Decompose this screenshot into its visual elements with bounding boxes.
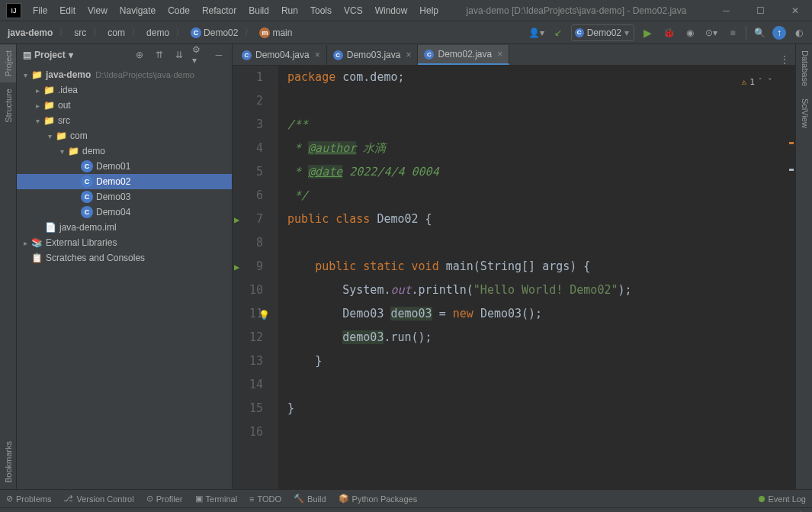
- side-tab-bookmarks[interactable]: Bookmarks: [0, 435, 16, 489]
- class-icon: C: [191, 27, 201, 38]
- menu-help[interactable]: Help: [414, 2, 444, 19]
- tab-demo04[interactable]: CDemo04.java×: [236, 45, 327, 65]
- breadcrumb: java-demo〉 src〉 com〉 demo〉 CDemo02〉 mmai…: [5, 26, 295, 40]
- maximize-button[interactable]: ☐: [743, 0, 778, 21]
- tool-event-log[interactable]: Event Log: [759, 494, 806, 504]
- tool-vcs[interactable]: ⎇ Version Control: [63, 494, 133, 504]
- tool-python[interactable]: 📦 Python Packages: [339, 494, 418, 504]
- tool-terminal[interactable]: ▣ Terminal: [195, 494, 238, 504]
- file-icon: 📄: [44, 221, 56, 233]
- scratch-icon: 📋: [30, 252, 43, 264]
- side-tab-structure[interactable]: Structure: [0, 82, 16, 129]
- menu-navigate[interactable]: Navigate: [114, 2, 161, 19]
- back-arrow-icon[interactable]: ↙: [550, 24, 566, 41]
- minimize-button[interactable]: ─: [709, 0, 743, 21]
- crumb-src[interactable]: src: [71, 26, 89, 40]
- scroll-marker: [789, 169, 794, 171]
- tree-project-root[interactable]: ▾📁java-demoD:\IdeaProjects\java-demo: [17, 67, 232, 82]
- menu-edit[interactable]: Edit: [54, 2, 81, 19]
- tree-demo01[interactable]: CDemo01: [17, 159, 232, 174]
- hide-icon[interactable]: ─: [212, 48, 226, 62]
- method-icon: m: [259, 27, 270, 38]
- menu-file[interactable]: File: [27, 2, 53, 19]
- class-icon: C: [81, 175, 93, 188]
- crumb-class[interactable]: CDemo02: [188, 26, 241, 40]
- stop-button[interactable]: ■: [724, 24, 741, 41]
- menu-tools[interactable]: Tools: [305, 2, 337, 19]
- settings-icon[interactable]: ⚙ ▾: [192, 48, 206, 62]
- run-button[interactable]: ▶: [639, 24, 656, 41]
- notification-dot-icon: [759, 496, 765, 502]
- close-icon[interactable]: ×: [406, 50, 411, 60]
- tree-idea[interactable]: ▸📁.idea: [17, 82, 232, 98]
- gutter: ▶ ▶ 💡 12345678910111213141516: [233, 66, 278, 489]
- close-icon[interactable]: ×: [497, 49, 502, 60]
- tree-demo03[interactable]: CDemo03: [17, 189, 232, 204]
- side-tab-database[interactable]: Database: [796, 44, 812, 92]
- tree-demo02[interactable]: CDemo02: [17, 174, 232, 189]
- crumb-com[interactable]: com: [104, 26, 128, 40]
- select-opened-icon[interactable]: ⊕: [133, 48, 146, 62]
- lightbulb-icon[interactable]: 💡: [258, 304, 270, 327]
- class-icon: C: [424, 50, 434, 60]
- crumb-method[interactable]: mmain: [256, 26, 295, 40]
- user-icon[interactable]: 👤▾: [528, 24, 545, 41]
- tree-external-libs[interactable]: ▸📚External Libraries: [17, 235, 232, 250]
- tree-src[interactable]: ▾📁src: [17, 113, 232, 128]
- run-gutter-icon[interactable]: ▶: [234, 256, 239, 279]
- close-button[interactable]: ✕: [778, 0, 812, 21]
- project-tree: ▾📁java-demoD:\IdeaProjects\java-demo ▸📁.…: [17, 66, 232, 489]
- ide-icon[interactable]: ◐: [791, 24, 807, 41]
- expand-all-icon[interactable]: ⇈: [152, 48, 166, 62]
- crumb-demo[interactable]: demo: [143, 26, 172, 40]
- class-icon: C: [333, 50, 343, 60]
- menu-code[interactable]: Code: [162, 2, 195, 19]
- menu-run[interactable]: Run: [276, 2, 303, 19]
- class-icon: C: [242, 50, 252, 60]
- scroll-marker: [789, 142, 794, 144]
- tab-menu-icon[interactable]: ⋮: [774, 54, 795, 65]
- window-title: java-demo [D:\IdeaProjects\java-demo] - …: [444, 5, 709, 16]
- tree-com[interactable]: ▾📁com: [17, 128, 232, 143]
- run-gutter-icon[interactable]: ▶: [234, 208, 239, 232]
- tool-build[interactable]: 🔨 Build: [294, 494, 326, 504]
- panel-title[interactable]: ▤ Project ▾: [23, 50, 73, 60]
- menu-build[interactable]: Build: [243, 2, 274, 19]
- main-menu: File Edit View Navigate Code Refactor Bu…: [27, 2, 444, 19]
- class-icon: C: [81, 206, 93, 218]
- tool-problems[interactable]: ⊘ Problems: [6, 494, 51, 504]
- menu-vcs[interactable]: VCS: [339, 2, 368, 19]
- tree-out[interactable]: ▸📁out: [17, 98, 232, 113]
- side-tab-project[interactable]: Project: [0, 44, 16, 82]
- inspection-badge[interactable]: ⚠1 ˆ ˅: [742, 70, 773, 94]
- close-icon[interactable]: ×: [315, 50, 320, 60]
- tree-iml[interactable]: 📄java-demo.iml: [17, 220, 232, 235]
- profile-button[interactable]: ⊙▾: [703, 24, 720, 41]
- library-icon: 📚: [30, 237, 43, 249]
- tab-demo02[interactable]: CDemo02.java×: [418, 45, 509, 65]
- class-icon: C: [81, 160, 93, 172]
- app-icon: IJ: [6, 3, 21, 18]
- sync-icon[interactable]: ↑: [772, 26, 786, 40]
- warning-icon: ⚠: [742, 70, 747, 94]
- tree-demo[interactable]: ▾📁demo: [17, 143, 232, 159]
- tree-scratches[interactable]: 📋Scratches and Consoles: [17, 250, 232, 266]
- class-icon: C: [81, 191, 93, 203]
- tool-todo[interactable]: ≡ TODO: [249, 494, 281, 504]
- side-tab-sciview[interactable]: SciView: [796, 92, 812, 134]
- debug-button[interactable]: 🐞: [660, 24, 677, 41]
- tab-demo03[interactable]: CDemo03.java×: [327, 45, 419, 65]
- crumb-project[interactable]: java-demo: [5, 26, 56, 40]
- collapse-all-icon[interactable]: ⇊: [172, 48, 186, 62]
- tool-profiler[interactable]: ⊙ Profiler: [146, 494, 183, 504]
- menu-refactor[interactable]: Refactor: [197, 2, 242, 19]
- tree-demo04[interactable]: CDemo04: [17, 204, 232, 220]
- code-editor[interactable]: ▶ ▶ 💡 12345678910111213141516 ⚠1 ˆ ˅ pac…: [233, 66, 795, 489]
- menu-window[interactable]: Window: [370, 2, 413, 19]
- menu-view[interactable]: View: [82, 2, 113, 19]
- class-icon: C: [575, 28, 584, 37]
- search-icon[interactable]: 🔍: [751, 24, 768, 41]
- coverage-button[interactable]: ◉: [682, 24, 698, 41]
- run-config-selector[interactable]: C Demo02▾: [571, 24, 634, 41]
